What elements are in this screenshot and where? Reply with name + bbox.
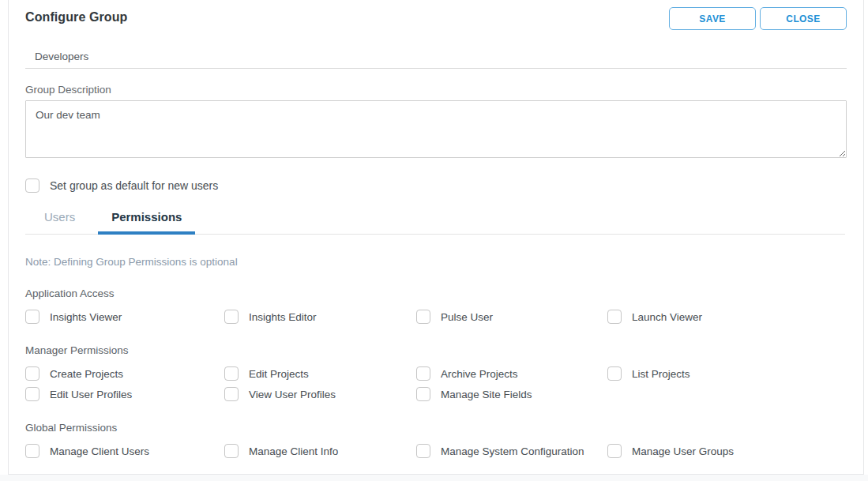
- permission-checkbox-label: Manage User Groups: [632, 445, 734, 457]
- checkbox-icon[interactable]: [224, 310, 239, 324]
- permission-row: Edit User ProfilesView User ProfilesMana…: [25, 387, 847, 401]
- group-description-textarea[interactable]: Our dev team: [25, 100, 847, 158]
- permission-checkbox-item[interactable]: Insights Viewer: [25, 310, 224, 324]
- checkbox-icon[interactable]: [416, 387, 430, 401]
- permission-checkbox-item[interactable]: Launch Viewer: [607, 310, 847, 324]
- permission-checkbox-label: Insights Viewer: [50, 311, 122, 323]
- checkbox-icon[interactable]: [224, 387, 239, 401]
- page-title: Configure Group: [25, 7, 127, 24]
- permission-checkbox-label: Archive Projects: [441, 368, 518, 380]
- default-group-checkbox-label: Set group as default for new users: [50, 179, 218, 192]
- permission-checkbox-item[interactable]: Manage User Groups: [607, 444, 847, 458]
- checkbox-icon[interactable]: [25, 366, 39, 381]
- permission-section-title: Global Permissions: [25, 422, 847, 434]
- permission-checkbox-item[interactable]: Manage Site Fields: [416, 387, 607, 401]
- permission-section-title: Application Access: [25, 287, 847, 299]
- permission-checkbox-label: Manage Client Users: [50, 445, 149, 457]
- permission-checkbox-item[interactable]: Archive Projects: [416, 366, 607, 381]
- close-button[interactable]: CLOSE: [760, 7, 847, 30]
- permission-checkbox-label: Manage Client Info: [249, 445, 338, 457]
- checkbox-icon[interactable]: [416, 366, 430, 381]
- permission-row: Create ProjectsEdit ProjectsArchive Proj…: [25, 366, 847, 381]
- permission-checkbox-label: List Projects: [632, 368, 690, 380]
- checkbox-icon[interactable]: [25, 387, 39, 401]
- permission-checkbox-label: Pulse User: [441, 311, 493, 323]
- permission-checkbox-item[interactable]: View User Profiles: [224, 387, 416, 401]
- permission-row: Manage Client UsersManage Client InfoMan…: [25, 444, 847, 458]
- permission-section: Application AccessInsights ViewerInsight…: [25, 287, 847, 324]
- group-name-input[interactable]: [25, 44, 847, 69]
- checkbox-icon[interactable]: [607, 366, 622, 381]
- permission-checkbox-item[interactable]: Edit User Profiles: [25, 387, 224, 401]
- permission-checkbox-item[interactable]: Manage Client Info: [224, 444, 416, 458]
- configure-group-panel: Configure Group SAVE CLOSE Group Descrip…: [8, 0, 864, 475]
- permission-checkbox-label: Insights Editor: [249, 311, 317, 323]
- permission-checkbox-label: Manage Site Fields: [441, 389, 532, 400]
- checkbox-icon[interactable]: [607, 444, 622, 458]
- checkbox-icon[interactable]: [25, 310, 39, 324]
- default-group-checkbox-row[interactable]: Set group as default for new users: [25, 178, 218, 193]
- permission-checkbox-label: Edit Projects: [249, 368, 309, 380]
- permission-checkbox-item[interactable]: Insights Editor: [224, 310, 416, 324]
- permission-checkbox-item[interactable]: List Projects: [607, 366, 847, 381]
- permissions-area: Application AccessInsights ViewerInsight…: [25, 283, 847, 458]
- permissions-note: Note: Defining Group Permissions is opti…: [25, 256, 238, 268]
- permission-checkbox-label: Create Projects: [50, 368, 123, 380]
- checkbox-icon[interactable]: [416, 310, 430, 324]
- permission-checkbox-item[interactable]: Create Projects: [25, 366, 224, 381]
- checkbox-icon[interactable]: [25, 178, 39, 193]
- checkbox-icon[interactable]: [416, 444, 430, 458]
- checkbox-icon[interactable]: [25, 444, 39, 458]
- permission-section: Global PermissionsManage Client UsersMan…: [25, 422, 847, 458]
- permission-section-title: Manager Permissions: [25, 344, 847, 356]
- permission-checkbox-label: Manage System Configuration: [441, 445, 584, 457]
- permission-row: Insights ViewerInsights EditorPulse User…: [25, 310, 847, 324]
- tab-permissions[interactable]: Permissions: [98, 205, 195, 235]
- checkbox-icon[interactable]: [224, 444, 239, 458]
- header-actions: SAVE CLOSE: [669, 7, 847, 30]
- panel-header: Configure Group SAVE CLOSE: [25, 7, 847, 30]
- tab-bar: UsersPermissions: [25, 205, 845, 235]
- permission-checkbox-label: View User Profiles: [249, 389, 336, 400]
- page-background-strip: [0, 475, 868, 481]
- permission-checkbox-label: Launch Viewer: [632, 311, 702, 323]
- permission-section: Manager PermissionsCreate ProjectsEdit P…: [25, 344, 847, 401]
- permission-checkbox-item[interactable]: Edit Projects: [224, 366, 416, 381]
- group-description-label: Group Description: [25, 84, 111, 96]
- checkbox-icon[interactable]: [224, 366, 239, 381]
- permission-checkbox-item[interactable]: Manage System Configuration: [416, 444, 607, 458]
- permission-checkbox-item[interactable]: Manage Client Users: [25, 444, 224, 458]
- checkbox-icon[interactable]: [607, 310, 622, 324]
- permission-checkbox-item[interactable]: Pulse User: [416, 310, 607, 324]
- permission-checkbox-label: Edit User Profiles: [50, 389, 132, 400]
- tab-users[interactable]: Users: [31, 205, 88, 235]
- save-button[interactable]: SAVE: [669, 7, 756, 30]
